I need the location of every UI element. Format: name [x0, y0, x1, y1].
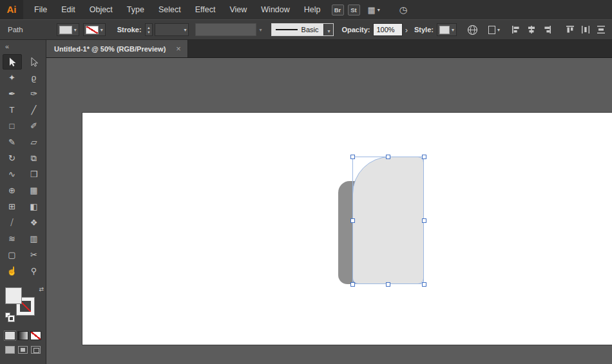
draw-mode-buttons: [0, 346, 46, 354]
tool-eyedropper[interactable]: ⧸: [3, 215, 22, 231]
tool-artboard[interactable]: ▢: [3, 247, 22, 263]
tool-slice[interactable]: ✂: [24, 247, 44, 263]
width-profile-dropdown[interactable]: [195, 23, 256, 36]
distribute-vertical-icon[interactable]: [597, 25, 606, 34]
gradient-button[interactable]: [17, 331, 28, 340]
control-bar: Path ▾ ▾ Stroke: ▴ ▾ ▾ ▾ Basic ▾ Opacity…: [0, 19, 612, 40]
tool-free-transform[interactable]: ❒: [24, 167, 44, 182]
arrange-documents-icon: ▦: [368, 5, 376, 15]
document-options-button[interactable]: ▾: [488, 26, 500, 34]
default-fill-stroke-icon[interactable]: [5, 312, 15, 322]
menu-item-object[interactable]: Object: [82, 0, 120, 19]
menu-item-type[interactable]: Type: [120, 0, 151, 19]
tool-scale[interactable]: ⧉: [24, 151, 44, 166]
context-label: Path: [8, 26, 23, 34]
handle-bottom-right[interactable]: [422, 282, 426, 287]
recolor-artwork-icon[interactable]: [467, 24, 478, 35]
menu-item-view[interactable]: View: [222, 0, 254, 19]
tool-gradient[interactable]: ◧: [24, 199, 44, 215]
tool-selection[interactable]: [3, 54, 22, 70]
default-stroke-swatch: [8, 316, 14, 321]
document-tab-strip: Untitled-1* @ 50% (RGB/Preview) ×: [46, 40, 612, 58]
tool-curvature[interactable]: ✑: [24, 86, 44, 102]
handle-middle-left[interactable]: [350, 218, 355, 223]
fill-color-dropdown[interactable]: ▾: [57, 23, 79, 36]
tool-hand[interactable]: ☝: [3, 263, 22, 279]
fill-color-indicator[interactable]: [5, 287, 22, 304]
tool-direct-selection[interactable]: [24, 54, 44, 70]
tool-line-segment[interactable]: ╱: [24, 102, 44, 118]
draw-inside-button[interactable]: [31, 346, 41, 354]
canvas[interactable]: [46, 58, 612, 364]
handle-bottom-center[interactable]: [386, 282, 390, 287]
menu-item-help[interactable]: Help: [297, 0, 328, 19]
chevron-down-icon: ▾: [260, 27, 262, 33]
menu-item-select[interactable]: Select: [151, 0, 188, 19]
brush-definition-dropdown[interactable]: Basic ▾: [271, 23, 334, 36]
tool-eraser[interactable]: ▱: [24, 135, 44, 150]
tool-paintbrush[interactable]: ✐: [24, 119, 44, 134]
tool-mesh[interactable]: ⊞: [3, 199, 22, 215]
opacity-dropdown-icon[interactable]: ›: [405, 25, 408, 35]
stepper-down-icon[interactable]: ▾: [146, 30, 153, 34]
rounded-rectangle-shape[interactable]: [352, 157, 424, 284]
tool-blend[interactable]: ❖: [24, 215, 44, 231]
fill-color-swatch: [59, 26, 72, 34]
handle-top-left[interactable]: [350, 155, 355, 159]
illustrator-window: Ai File Edit Object Type Select Effect V…: [0, 0, 612, 364]
stroke-color-dropdown[interactable]: ▾: [83, 23, 106, 36]
panel-collapse-button[interactable]: «: [0, 40, 46, 54]
none-button[interactable]: [30, 331, 41, 340]
tool-shaper[interactable]: ✎: [3, 135, 22, 150]
tool-zoom[interactable]: ⚲: [24, 263, 44, 279]
draw-normal-button[interactable]: [5, 346, 15, 354]
tool-pen[interactable]: ✒: [3, 86, 22, 102]
fill-stroke-widget: ⇄: [5, 287, 45, 321]
opacity-value: 100%: [376, 26, 394, 34]
handle-middle-right[interactable]: [422, 218, 426, 223]
tool-symbol-sprayer[interactable]: ≋: [3, 231, 22, 247]
tool-column-graph[interactable]: ▥: [24, 231, 44, 247]
tool-magic-wand[interactable]: ✦: [3, 70, 22, 86]
color-button[interactable]: [5, 331, 15, 340]
chevron-down-icon: ▾: [184, 27, 186, 33]
stepper-up-icon[interactable]: ▴: [146, 25, 153, 30]
sync-status-icon[interactable]: ◷: [399, 5, 407, 15]
menu-item-edit[interactable]: Edit: [54, 0, 82, 19]
tool-rotate[interactable]: ↻: [3, 151, 22, 166]
swap-fill-stroke-icon[interactable]: ⇄: [39, 286, 44, 292]
handle-top-right[interactable]: [422, 155, 426, 159]
align-horizontal-center-icon[interactable]: [527, 25, 536, 34]
tool-shape-builder[interactable]: ⊕: [3, 183, 22, 198]
chevron-down-icon: ▾: [378, 7, 380, 13]
arrange-documents-button[interactable]: ▦ ▾: [368, 5, 380, 15]
draw-behind-button[interactable]: [18, 346, 28, 354]
tab-close-icon[interactable]: ×: [176, 46, 181, 52]
tool-lasso[interactable]: ϱ: [24, 70, 44, 86]
stroke-none-swatch: [86, 26, 99, 34]
brush-dropdown-button[interactable]: ▾: [323, 24, 333, 35]
opacity-input[interactable]: 100%: [373, 23, 402, 36]
tool-rectangle[interactable]: □: [3, 119, 22, 134]
chevron-down-icon: ▾: [100, 27, 103, 33]
style-dropdown[interactable]: ▾: [437, 23, 457, 36]
tool-type[interactable]: T: [3, 102, 22, 118]
tool-perspective-grid[interactable]: ▦: [24, 183, 44, 198]
document-tab[interactable]: Untitled-1* @ 50% (RGB/Preview) ×: [46, 40, 188, 57]
stroke-width-stepper[interactable]: ▴ ▾: [145, 23, 153, 36]
menu-item-window[interactable]: Window: [254, 0, 296, 19]
handle-bottom-left[interactable]: [350, 282, 355, 287]
menu-item-file[interactable]: File: [27, 0, 54, 19]
tools-panel: « ✦ ϱ ✒ ✑ T ╱ □ ✐ ✎ ▱ ↻ ⧉ ∿: [0, 40, 46, 364]
align-vertical-top-icon[interactable]: [566, 25, 575, 34]
stock-button[interactable]: St: [348, 5, 360, 15]
stroke-width-dropdown[interactable]: ▾: [155, 23, 189, 36]
tool-width[interactable]: ∿: [3, 167, 22, 182]
bridge-button[interactable]: Br: [332, 5, 344, 15]
chevron-down-icon: ▾: [327, 28, 330, 34]
align-horizontal-left-icon[interactable]: [512, 25, 521, 34]
handle-top-center[interactable]: [386, 155, 390, 159]
distribute-horizontal-icon[interactable]: [581, 25, 590, 34]
menu-item-effect[interactable]: Effect: [188, 0, 223, 19]
align-horizontal-right-icon[interactable]: [542, 25, 551, 34]
